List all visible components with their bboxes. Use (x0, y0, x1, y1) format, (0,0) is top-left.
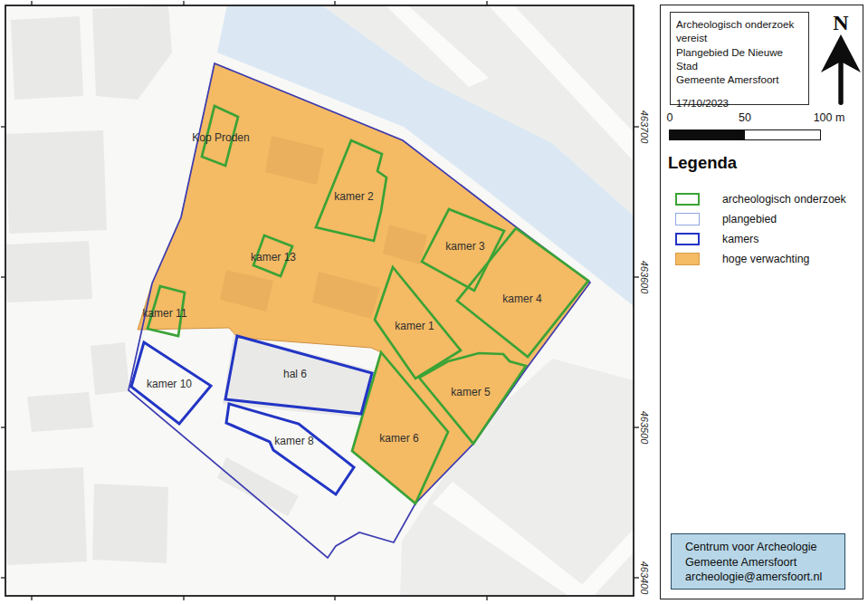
contact-line: archeologie@amersfoort.nl (685, 570, 844, 585)
map-date: 17/10/2023 (676, 96, 803, 110)
scalebar-filled-half (670, 130, 745, 139)
contact-box: Centrum voor Archeologie Gemeente Amersf… (671, 533, 845, 590)
north-label: N (833, 11, 848, 35)
scalebar (669, 129, 821, 140)
area-label-kamer-1: kamer 1 (395, 320, 434, 332)
green-outline-swatch (675, 193, 700, 206)
map-document: Kop Proden kamer 2 kamer 13 kamer 3 kame… (0, 0, 868, 604)
north-arrow: N (815, 9, 867, 109)
legend-item-label: archeologisch onderzoek (722, 193, 846, 206)
legend-item-label: hoge verwachting (722, 253, 809, 265)
title-line: vereist (676, 31, 803, 44)
scalebar-label-50: 50 (739, 111, 751, 124)
y-coordinate-label: 463500 (639, 411, 650, 445)
y-coordinate-label: 463600 (639, 261, 650, 294)
blue-outline-swatch (675, 233, 700, 245)
area-label-kamer-13: kamer 13 (251, 251, 296, 264)
title-line: Gemeente Amersfoort (676, 72, 803, 86)
title-line: Archeologisch onderzoek (676, 17, 803, 31)
area-label-kop-proden: Kop Proden (192, 131, 249, 144)
y-coordinate-label: 463400 (639, 561, 650, 595)
title-line: Plangebied De Nieuwe Stad (676, 45, 803, 73)
y-coordinate-label: 463700 (639, 110, 650, 144)
scalebar-label-100: 100 m (814, 111, 845, 124)
area-label-kamer-3: kamer 3 (445, 240, 484, 253)
legend-panel: Archeologisch onderzoek vereist Plangebi… (660, 5, 863, 599)
area-label-kamer-11: kamer 11 (142, 307, 186, 320)
area-label-kamer-5: kamer 5 (451, 386, 490, 398)
area-label-kamer-4: kamer 4 (502, 292, 541, 305)
legend-heading: Legenda (668, 153, 737, 173)
title-box: Archeologisch onderzoek vereist Plangebi… (670, 12, 809, 105)
scalebar-label-0: 0 (667, 111, 673, 124)
area-label-hal-6: hal 6 (283, 368, 307, 380)
contact-line: Gemeente Amersfoort (685, 555, 844, 570)
contact-line: Centrum voor Archeologie (685, 540, 844, 555)
legend-item-label: plangebied (722, 213, 777, 225)
area-label-kamer-8: kamer 8 (274, 435, 313, 447)
area-label-kamer-2: kamer 2 (334, 190, 373, 203)
area-label-kamer-10: kamer 10 (147, 378, 192, 390)
area-label-kamer-6: kamer 6 (379, 432, 418, 445)
legend-item-label: kamers (722, 233, 758, 245)
north-arrow-icon (821, 34, 861, 107)
lightblue-outline-swatch (675, 213, 700, 225)
orange-fill-swatch (675, 253, 700, 265)
